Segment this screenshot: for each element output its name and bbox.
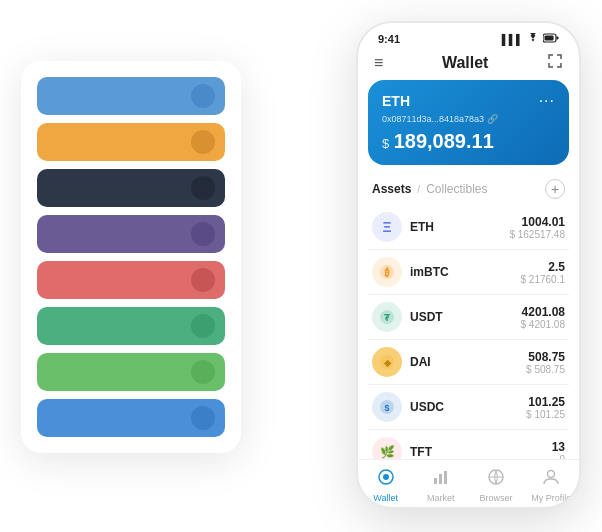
nav-browser[interactable]: Browser [469, 468, 524, 503]
eth-card-header: ETH ··· [382, 92, 555, 110]
stack-card-3[interactable] [37, 169, 225, 207]
imbtc-values: 2.5 $ 21760.1 [521, 260, 566, 285]
assets-header: Assets / Collectibles + [358, 175, 579, 205]
svg-rect-14 [439, 474, 442, 484]
tft-symbol: TFT [410, 445, 552, 459]
card-dot-3 [191, 176, 215, 200]
tft-amount: 13 [552, 440, 565, 454]
dai-symbol: DAI [410, 355, 526, 369]
eth-balance: $ 189,089.11 [382, 130, 555, 153]
dai-usd: $ 508.75 [526, 364, 565, 375]
eth-icon: Ξ [372, 212, 402, 242]
imbtc-icon: ₿ [372, 257, 402, 287]
asset-row-usdt[interactable]: ₮ USDT 4201.08 $ 4201.08 [368, 295, 569, 340]
phone: 9:41 ▌▌▌ [356, 21, 581, 509]
dai-icon: ◈ [372, 347, 402, 377]
card-dot-1 [191, 84, 215, 108]
stack-card-1[interactable] [37, 77, 225, 115]
eth-balance-prefix: $ [382, 136, 389, 151]
usdc-symbol: USDC [410, 400, 526, 414]
assets-tabs: Assets / Collectibles [372, 182, 488, 196]
eth-values: 1004.01 $ 162517.48 [509, 215, 565, 240]
card-dot-6 [191, 314, 215, 338]
svg-text:₮: ₮ [384, 313, 391, 323]
add-icon: + [551, 181, 559, 197]
svg-rect-1 [557, 37, 559, 40]
usdt-values: 4201.08 $ 4201.08 [521, 305, 566, 330]
page-title: Wallet [442, 54, 489, 72]
svg-text:◈: ◈ [383, 358, 392, 368]
phone-header: ≡ Wallet [358, 49, 579, 80]
eth-symbol: ETH [410, 220, 509, 234]
eth-amount: 1004.01 [509, 215, 565, 229]
wallet-nav-icon [377, 468, 395, 491]
asset-row-eth[interactable]: Ξ ETH 1004.01 $ 162517.48 [368, 205, 569, 250]
bottom-nav: Wallet Market [358, 459, 579, 507]
eth-address: 0x08711d3a...8418a78a3 🔗 [382, 114, 555, 124]
eth-card[interactable]: ETH ··· 0x08711d3a...8418a78a3 🔗 $ 189,0… [368, 80, 569, 165]
market-nav-label: Market [427, 493, 455, 503]
tft-values: 13 0 [552, 440, 565, 460]
usdt-symbol: USDT [410, 310, 521, 324]
stack-card-5[interactable] [37, 261, 225, 299]
card-dot-8 [191, 406, 215, 430]
expand-icon[interactable] [547, 53, 563, 72]
nav-wallet[interactable]: Wallet [358, 468, 413, 503]
svg-point-18 [548, 471, 555, 478]
stack-card-8[interactable] [37, 399, 225, 437]
usdt-amount: 4201.08 [521, 305, 566, 319]
status-time: 9:41 [378, 33, 400, 45]
stack-card-6[interactable] [37, 307, 225, 345]
card-dot-5 [191, 268, 215, 292]
usdc-icon: $ [372, 392, 402, 422]
usdt-usd: $ 4201.08 [521, 319, 566, 330]
dai-amount: 508.75 [526, 350, 565, 364]
scene: 9:41 ▌▌▌ [21, 21, 581, 511]
eth-card-options[interactable]: ··· [539, 92, 555, 110]
battery-icon [543, 33, 559, 45]
nav-profile[interactable]: My Profile [524, 468, 579, 503]
eth-card-label: ETH [382, 93, 410, 109]
imbtc-amount: 2.5 [521, 260, 566, 274]
asset-row-imbtc[interactable]: ₿ imBTC 2.5 $ 21760.1 [368, 250, 569, 295]
asset-row-usdc[interactable]: $ USDC 101.25 $ 101.25 [368, 385, 569, 430]
eth-usd: $ 162517.48 [509, 229, 565, 240]
asset-row-tft[interactable]: 🌿 TFT 13 0 [368, 430, 569, 459]
stack-card-2[interactable] [37, 123, 225, 161]
tab-collectibles[interactable]: Collectibles [426, 182, 487, 196]
card-dot-7 [191, 360, 215, 384]
svg-rect-15 [444, 471, 447, 484]
imbtc-usd: $ 21760.1 [521, 274, 566, 285]
stack-card-4[interactable] [37, 215, 225, 253]
card-stack [21, 61, 241, 453]
card-dot-4 [191, 222, 215, 246]
add-asset-button[interactable]: + [545, 179, 565, 199]
usdc-usd: $ 101.25 [526, 409, 565, 420]
nav-market[interactable]: Market [413, 468, 468, 503]
profile-nav-icon [542, 468, 560, 491]
tab-assets[interactable]: Assets [372, 182, 411, 196]
imbtc-symbol: imBTC [410, 265, 521, 279]
usdc-amount: 101.25 [526, 395, 565, 409]
usdt-icon: ₮ [372, 302, 402, 332]
wifi-icon [527, 33, 539, 45]
wallet-nav-label: Wallet [373, 493, 398, 503]
svg-point-12 [383, 474, 389, 480]
svg-rect-2 [545, 36, 554, 41]
card-dot-2 [191, 130, 215, 154]
tft-icon: 🌿 [372, 437, 402, 459]
stack-card-7[interactable] [37, 353, 225, 391]
profile-nav-label: My Profile [531, 493, 571, 503]
asset-list: Ξ ETH 1004.01 $ 162517.48 ₿ imBTC 2.5 [358, 205, 579, 459]
browser-nav-label: Browser [480, 493, 513, 503]
eth-balance-amount: 189,089.11 [394, 130, 494, 152]
browser-nav-icon [487, 468, 505, 491]
svg-rect-13 [434, 478, 437, 484]
signal-icon: ▌▌▌ [502, 34, 523, 45]
hamburger-icon[interactable]: ≡ [374, 54, 383, 72]
svg-text:₿: ₿ [384, 267, 390, 278]
status-icons: ▌▌▌ [502, 33, 559, 45]
asset-row-dai[interactable]: ◈ DAI 508.75 $ 508.75 [368, 340, 569, 385]
market-nav-icon [432, 468, 450, 491]
dai-values: 508.75 $ 508.75 [526, 350, 565, 375]
